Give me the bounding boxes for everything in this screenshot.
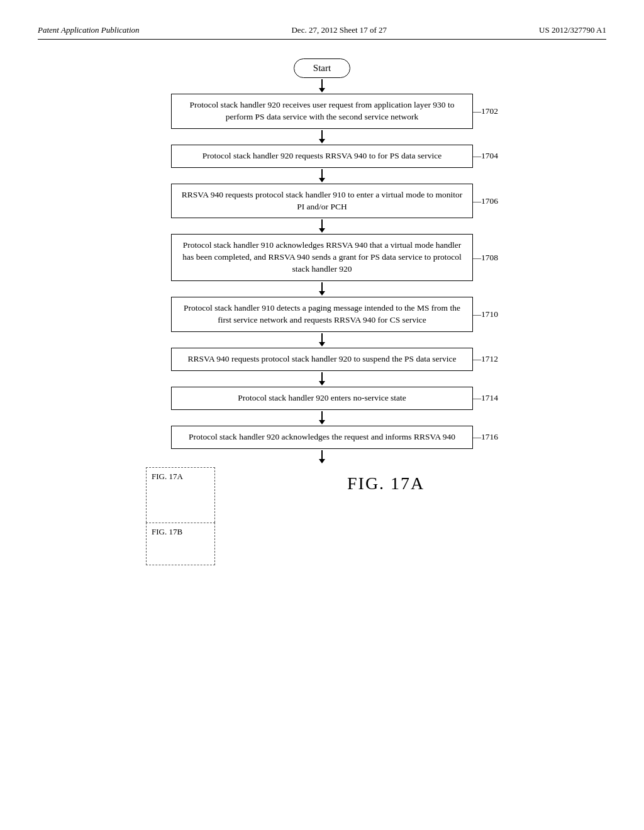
fig-17a-label: FIG. 17A	[152, 472, 183, 481]
header-left: Patent Application Publication	[38, 25, 140, 35]
arrow-2	[319, 130, 325, 143]
row-1704: Protocol stack handler 920 requests RRSV…	[146, 145, 498, 168]
fig-17b-box: FIG. 17B	[146, 523, 215, 565]
row-1712: RRSVA 940 requests protocol stack handle…	[146, 348, 498, 371]
label-1706: —1706	[473, 196, 499, 206]
row-1716: Protocol stack handler 920 acknowledges …	[146, 426, 498, 449]
arrow-1	[319, 79, 325, 92]
row-1714: Protocol stack handler 920 enters no-ser…	[146, 387, 498, 410]
arrow-8	[319, 411, 325, 424]
fig-17b-label: FIG. 17B	[152, 527, 182, 536]
label-1712: —1712	[473, 354, 499, 364]
row-1702: Protocol stack handler 920 receives user…	[146, 94, 498, 129]
flowchart: Start Protocol stack handler 920 receive…	[38, 58, 606, 565]
arrow-5	[319, 282, 325, 296]
arrow-7	[319, 372, 325, 385]
box-1710: Protocol stack handler 910 detects a pag…	[171, 297, 473, 332]
label-1710: —1710	[473, 309, 499, 319]
label-1708: —1708	[473, 253, 499, 263]
fig-17a-box: FIG. 17A	[146, 467, 215, 523]
arrow-4	[319, 219, 325, 233]
row-1706: RRSVA 940 requests protocol stack handle…	[146, 184, 498, 219]
big-fig-label: FIG. 17A	[347, 473, 425, 494]
row-1710: Protocol stack handler 910 detects a pag…	[146, 297, 498, 332]
box-1712: RRSVA 940 requests protocol stack handle…	[171, 348, 473, 371]
bottom-area: FIG. 17A FIG. 17B FIG. 17A	[146, 467, 498, 565]
box-1702: Protocol stack handler 920 receives user…	[171, 94, 473, 129]
big-fig-label-container: FIG. 17A	[228, 467, 425, 500]
arrow-6	[319, 333, 325, 346]
label-1704: —1704	[473, 151, 499, 161]
start-oval: Start	[294, 58, 350, 78]
box-1708: Protocol stack handler 910 acknowledges …	[171, 234, 473, 281]
label-1716: —1716	[473, 432, 499, 442]
arrow-3	[319, 169, 325, 182]
box-1714: Protocol stack handler 920 enters no-ser…	[171, 387, 473, 410]
box-1706: RRSVA 940 requests protocol stack handle…	[171, 184, 473, 219]
page-header: Patent Application Publication Dec. 27, …	[38, 25, 606, 40]
header-center: Dec. 27, 2012 Sheet 17 of 27	[291, 25, 387, 35]
row-1708: Protocol stack handler 910 acknowledges …	[146, 234, 498, 281]
arrow-9	[319, 450, 325, 463]
box-1716: Protocol stack handler 920 acknowledges …	[171, 426, 473, 449]
box-1704: Protocol stack handler 920 requests RRSV…	[171, 145, 473, 168]
label-1702: —1702	[473, 106, 499, 116]
fig-boxes-container: FIG. 17A FIG. 17B	[146, 467, 215, 565]
label-1714: —1714	[473, 393, 499, 403]
header-right: US 2012/327790 A1	[539, 25, 606, 35]
